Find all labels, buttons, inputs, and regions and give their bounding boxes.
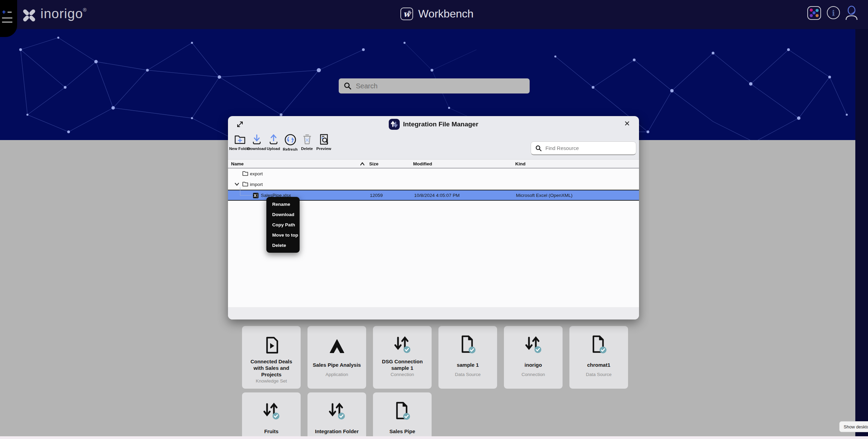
inorigo-x-icon: [22, 8, 36, 23]
row-kind: Microsoft Excel (OpenXML): [516, 193, 572, 198]
resource-tile-grid: Connected Deals with Sales and Projects …: [242, 326, 636, 439]
user-profile-icon[interactable]: [844, 6, 859, 20]
tile-connection[interactable]: inorigo Connection: [504, 326, 563, 389]
sync-check-icon: [523, 326, 543, 355]
tile-data-source[interactable]: Sales Pipe Data Source: [373, 392, 432, 439]
upload-icon: [267, 133, 280, 146]
tile-type: Application: [325, 372, 348, 377]
tile-name: sample 1: [453, 355, 482, 371]
tile-application[interactable]: Sales Pipe Analysis Application: [308, 326, 366, 389]
pyramid-icon: [328, 326, 346, 355]
tile-data-source[interactable]: chromat1 Data Source: [569, 326, 628, 389]
tile-name: Sales Pipe: [386, 422, 419, 438]
global-search[interactable]: [339, 78, 530, 93]
legend-list-icon: +: [2, 10, 14, 23]
sync-check-icon: [262, 392, 281, 422]
context-menu-item-download[interactable]: Download: [266, 210, 300, 220]
info-icon[interactable]: i: [827, 6, 840, 19]
tile-name: Fruits: [261, 422, 282, 438]
file-check-icon: [458, 326, 478, 355]
upload-button[interactable]: Upload: [265, 133, 282, 158]
tile-type: Data Source: [455, 372, 481, 377]
taskbar-edge: [0, 436, 868, 439]
table-row-folder[interactable]: import: [228, 179, 639, 190]
logo-registered-mark: ®: [83, 7, 86, 13]
search-icon: [535, 145, 542, 152]
dialog-footer: [228, 307, 639, 319]
column-header-name[interactable]: Name: [231, 161, 244, 166]
download-icon: [251, 133, 263, 146]
search-input[interactable]: [356, 82, 525, 90]
tile-data-source[interactable]: sample 1 Data Source: [438, 326, 497, 389]
preview-button[interactable]: Preview: [315, 133, 332, 158]
dialog-title: Integration File Manager: [403, 121, 479, 128]
tile-name: inorigo: [521, 355, 545, 371]
tile-name: DSG Connection sample 1: [373, 355, 432, 371]
column-header-size[interactable]: Size: [369, 161, 378, 166]
tree-connector: [240, 187, 252, 196]
tile-type: Data Source: [586, 372, 612, 377]
file-play-icon: [264, 326, 279, 355]
inorigo-logo[interactable]: inorigo®: [22, 7, 86, 23]
sync-check-icon: [393, 326, 412, 355]
search-icon: [343, 82, 352, 90]
delete-button[interactable]: Delete: [299, 133, 315, 158]
folder-icon: [242, 181, 248, 187]
tile-type: Connection: [390, 372, 414, 377]
sort-ascending-icon: [360, 162, 364, 165]
download-button[interactable]: Download: [248, 133, 265, 158]
new-folder-icon: [234, 133, 246, 146]
tile-knowledge-set[interactable]: Connected Deals with Sales and Projects …: [242, 326, 301, 389]
row-name: export: [250, 171, 263, 176]
app-launcher-icon[interactable]: [807, 6, 821, 20]
delete-icon: [301, 133, 313, 146]
row-name: import: [250, 182, 263, 187]
table-row-folder[interactable]: export: [228, 168, 639, 179]
context-menu-item-delete[interactable]: Delete: [266, 240, 300, 251]
context-menu: Rename Download Copy Path Move to top De…: [266, 197, 300, 253]
side-panel-toggle[interactable]: +: [0, 0, 17, 37]
tile-connection[interactable]: Integration Folder Connection: [308, 392, 366, 439]
preview-icon: [318, 133, 330, 146]
context-menu-item-move-to-top[interactable]: Move to top: [266, 230, 300, 240]
right-edge-strip: [855, 0, 868, 439]
workbench-icon: w: [400, 8, 413, 20]
tile-name: chromat1: [584, 355, 614, 371]
find-resource-search[interactable]: [531, 141, 636, 155]
context-menu-item-copy-path[interactable]: Copy Path: [266, 220, 300, 230]
row-size: 12059: [370, 193, 383, 198]
workbench-header: w Workbench: [400, 8, 473, 20]
dialog-toolbar: New Folder Download Upload: [231, 133, 332, 158]
table-header-row: Name Size Modified Kind: [228, 159, 639, 168]
new-folder-button[interactable]: New Folder: [231, 133, 248, 158]
tile-name: Sales Pipe Analysis: [309, 355, 364, 371]
file-check-icon: [393, 392, 412, 422]
row-modified: 10/8/2024 4:05:07 PM: [414, 193, 460, 198]
top-navigation-bar: w Workbench i: [0, 0, 868, 29]
file-check-icon: [589, 326, 608, 355]
excel-file-icon: [253, 192, 259, 199]
tile-type: Connection: [521, 372, 545, 377]
find-resource-input[interactable]: [545, 145, 632, 151]
show-desktop-tooltip[interactable]: Show desktop: [839, 421, 868, 432]
logo-text: inorigo: [40, 6, 83, 21]
chevron-down-icon[interactable]: [235, 183, 239, 186]
tile-type: Knowledge Set: [256, 378, 287, 384]
column-header-modified[interactable]: Modified: [413, 161, 432, 166]
integration-file-manager-icon: [389, 119, 400, 130]
column-header-kind[interactable]: Kind: [515, 161, 526, 166]
refresh-icon: [284, 133, 297, 146]
app-title: Workbench: [418, 8, 473, 20]
tile-name: Connected Deals with Sales and Projects: [242, 355, 301, 378]
tile-connection[interactable]: DSG Connection sample 1 Connection: [373, 326, 432, 389]
context-menu-item-rename[interactable]: Rename: [266, 199, 300, 210]
folder-icon: [242, 171, 248, 176]
tile-name: Integration Folder: [312, 422, 362, 438]
tile-connection[interactable]: Fruits Connection: [242, 392, 301, 439]
close-icon[interactable]: ✕: [624, 120, 630, 128]
refresh-button[interactable]: Refresh: [282, 133, 299, 158]
dialog-header: Integration File Manager ✕: [228, 116, 639, 132]
sync-check-icon: [327, 392, 347, 422]
